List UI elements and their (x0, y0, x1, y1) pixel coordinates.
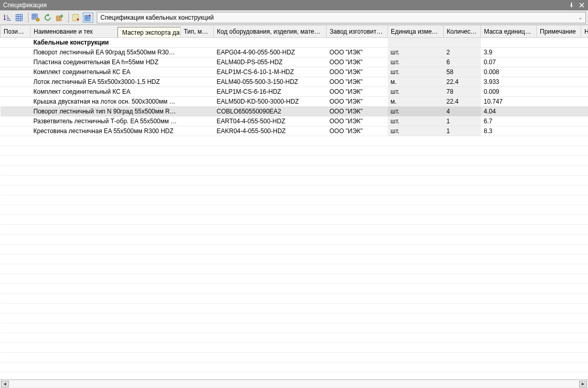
svg-rect-3 (32, 14, 37, 19)
cell-mass: 4.04 (481, 107, 537, 117)
scroll-track[interactable] (10, 381, 578, 387)
empty-row (1, 284, 589, 294)
empty-row (1, 166, 589, 176)
cell-qty: 1 (444, 117, 481, 126)
cell-factory: ООО "ИЭК" (327, 77, 388, 87)
refresh-button[interactable] (42, 12, 53, 23)
toolbar-separator (28, 12, 28, 23)
empty-row (1, 372, 589, 380)
col-note[interactable]: Примечание (537, 25, 581, 38)
cell-qty: 4 (444, 107, 481, 117)
cell-factory: ООО "ИЭК" (327, 107, 388, 117)
table-row[interactable]: Лоток лестничный EA 55x500x3000-1,5 HDZE… (1, 77, 589, 87)
table-row[interactable]: Разветвитель лестничный Т-обр. EA 55x500… (1, 117, 589, 126)
table-row[interactable]: Комплект соединительный КС EAEALP1M-CS-6… (1, 67, 589, 77)
spec-combo[interactable]: Спецификация кабельных конструкций ⌄ (97, 12, 586, 23)
cell-name: Лоток лестничный EA 55x500x3000-1,5 HDZ (31, 77, 181, 87)
grid-config-button[interactable] (31, 12, 41, 23)
pin-icon[interactable] (568, 2, 575, 8)
col-position[interactable]: Позиция (1, 25, 31, 38)
toolbar-separator (68, 12, 69, 23)
cell-unit: шт. (388, 107, 444, 117)
cell-qty: 22.4 (444, 77, 481, 87)
empty-row (1, 195, 589, 205)
table-row[interactable]: Крышка двускатная на лоток осн. 500x3000… (1, 97, 589, 107)
cell-unit: м. (388, 77, 444, 87)
empty-row (1, 235, 589, 245)
header-row: Позиция Наименование и тех Мастер экспор… (1, 25, 589, 38)
cell-name: Крестовина лестничная EA 55x500мм R300 H… (31, 126, 181, 136)
empty-row (1, 215, 589, 225)
empty-row (1, 313, 589, 323)
table-row[interactable]: Комплект соединительный КС EAEALP1M-CS-6… (1, 87, 589, 97)
col-code[interactable]: Код оборудования, изделия, материала (214, 25, 327, 38)
table-row[interactable]: Пластина соединительная EA h=55мм HDZEAL… (1, 58, 589, 67)
cell-unit: шт. (388, 58, 444, 67)
cell-factory: ООО "ИЭК" (327, 126, 388, 136)
svg-rect-2 (16, 15, 22, 21)
cell-mass: 8.3 (481, 126, 537, 136)
cell-factory: ООО "ИЭК" (327, 67, 388, 77)
empty-row (1, 185, 589, 195)
table-row[interactable]: Поворот лестничный EA 90град 55x500мм R3… (1, 48, 589, 58)
scroll-right-button[interactable]: ► (579, 381, 587, 387)
toolbar: 12 Спецификация кабельных конструкций ⌄ (0, 10, 588, 25)
empty-row (1, 304, 589, 313)
export-button[interactable] (54, 12, 65, 23)
grid[interactable]: Позиция Наименование и тех Мастер экспор… (0, 25, 588, 379)
grid-button[interactable] (14, 12, 24, 23)
empty-row (1, 333, 589, 343)
empty-row (1, 363, 589, 372)
empty-row (1, 323, 589, 333)
cell-name: Комплект соединительный КС EA (31, 67, 181, 77)
svg-rect-5 (56, 16, 61, 21)
cell-mass: 3.9 (481, 48, 537, 58)
col-unit[interactable]: Единица измерения (388, 25, 444, 38)
close-icon[interactable] (579, 2, 585, 8)
cell-mass: 0.009 (481, 87, 537, 97)
group-label: Кабельные конструкции (31, 38, 181, 48)
cell-unit: шт. (388, 117, 444, 126)
empty-row (1, 205, 589, 215)
empty-row (1, 245, 589, 254)
cell-name: Крышка двускатная на лоток осн. 500x3000… (31, 97, 181, 107)
cell-unit: шт. (388, 48, 444, 58)
empty-row (1, 254, 589, 264)
sort-button[interactable]: 12 (2, 12, 12, 23)
col-extra[interactable]: Н (581, 25, 589, 38)
cell-name: Поворот лестничный тип N 90град 55x500мм… (31, 107, 181, 117)
cell-code: EALM50D-KD-500-3000-HDZ (214, 97, 327, 107)
spec-combo-value: Спецификация кабельных конструкций (100, 14, 214, 21)
cell-mass: 3.933 (481, 77, 537, 87)
horizontal-scrollbar[interactable]: ◄ ► (0, 379, 588, 388)
cell-code: EART04-4-055-500-HDZ (214, 117, 327, 126)
table-row[interactable]: Поворот лестничный тип N 90град 55x500мм… (1, 107, 589, 117)
cell-name: Поворот лестничный EA 90град 55x500мм R3… (31, 48, 181, 58)
cell-unit: шт. (388, 126, 444, 136)
group-row[interactable]: Кабельные конструкции (1, 38, 589, 48)
cell-code: EAKR04-4-055-500-HDZ (214, 126, 327, 136)
col-type[interactable]: Тип, ма... (181, 25, 214, 38)
empty-row (1, 343, 589, 353)
table-row[interactable]: Крестовина лестничная EA 55x500мм R300 H… (1, 126, 589, 136)
col-qty[interactable]: Количество (444, 25, 481, 38)
scroll-left-button[interactable]: ◄ (1, 381, 9, 387)
cell-factory: ООО "ИЭК" (327, 87, 388, 97)
settings-button[interactable] (71, 12, 81, 23)
chevron-down-icon: ⌄ (578, 15, 582, 20)
cell-qty: 78 (444, 87, 481, 97)
col-factory[interactable]: Завод изготовитель (327, 25, 388, 38)
cell-code: EALP1M-CS-6-10-1-M-HDZ (214, 67, 327, 77)
cell-mass: 10.747 (481, 97, 537, 107)
export-tooltip: Мастер экспорта данных (117, 27, 181, 38)
cell-factory: ООО "ИЭК" (327, 58, 388, 67)
empty-row (1, 274, 589, 284)
col-name[interactable]: Наименование и тех Мастер экспорта данны… (31, 25, 181, 38)
empty-row (1, 146, 589, 156)
cell-mass: 0.07 (481, 58, 537, 67)
cell-code: EALM40D-PS-055-HDZ (214, 58, 327, 67)
export-wizard-button[interactable] (83, 12, 93, 23)
svg-point-4 (36, 18, 39, 21)
col-mass[interactable]: Масса единицы, кг (481, 25, 537, 38)
cell-code: EALP1M-CS-6-16-HDZ (214, 87, 327, 97)
